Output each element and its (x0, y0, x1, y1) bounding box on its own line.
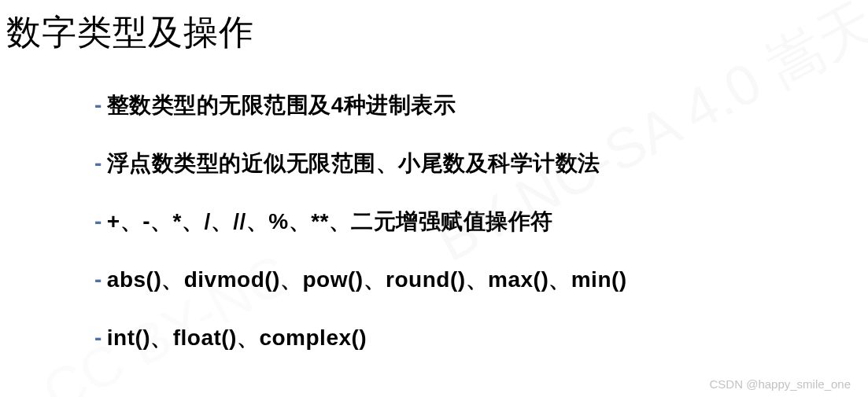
list-item: -整数类型的无限范围及4种进制表示 (94, 90, 868, 120)
bullet-dash: - (94, 93, 102, 117)
list-item: -+、-、*、/、//、%、**、二元增强赋值操作符 (94, 207, 868, 237)
list-item-text: abs()、divmod()、pow()、round()、max()、min() (107, 267, 627, 292)
list-item-text: 整数类型的无限范围及4种进制表示 (107, 93, 456, 117)
bullet-dash: - (94, 325, 102, 350)
list-item-text: int()、float()、complex() (107, 325, 367, 350)
bullet-dash: - (94, 151, 102, 175)
list-item: -浮点数类型的近似无限范围、小尾数及科学计数法 (94, 149, 868, 178)
watermark-bottom: CSDN @happy_smile_one (710, 377, 851, 391)
list-item-text: +、-、*、/、//、%、**、二元增强赋值操作符 (107, 209, 553, 233)
list-item: -abs()、divmod()、pow()、round()、max()、min(… (94, 265, 868, 295)
bullet-dash: - (94, 267, 102, 292)
page-title: 数字类型及操作 (0, 0, 868, 56)
list-item: -int()、float()、complex() (94, 323, 868, 353)
list-item-text: 浮点数类型的近似无限范围、小尾数及科学计数法 (107, 151, 600, 175)
bullet-dash: - (94, 209, 102, 233)
bullet-list: -整数类型的无限范围及4种进制表示 -浮点数类型的近似无限范围、小尾数及科学计数… (0, 56, 868, 353)
